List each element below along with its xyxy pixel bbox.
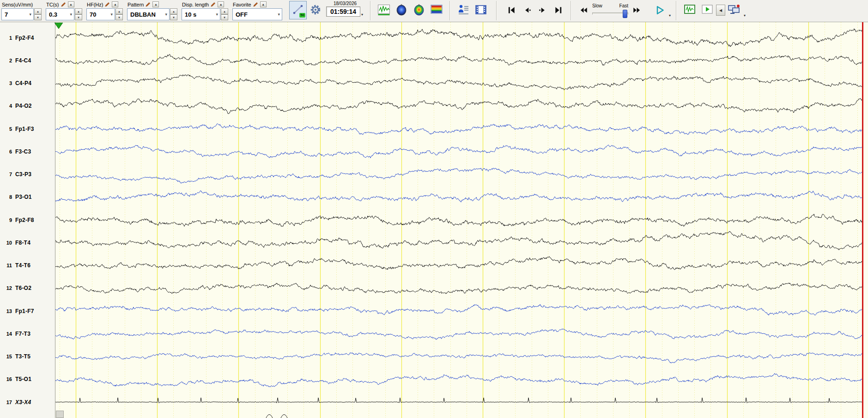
fast-forward-button[interactable]	[629, 3, 645, 18]
channel-name: C3-P3	[15, 171, 31, 178]
chevron-down-icon: ▾	[29, 12, 31, 17]
play-button[interactable]	[652, 3, 668, 18]
channel-label-row[interactable]: 6F3-C3	[0, 147, 55, 156]
trace-review-window-button[interactable]	[681, 1, 698, 19]
pattern-combobox[interactable]: DBLBAN ▾	[127, 8, 170, 20]
channel-number: 12	[0, 285, 12, 291]
edit-pencil-icon[interactable]	[211, 2, 216, 7]
skip-to-end-button[interactable]	[551, 3, 566, 18]
topography-map-button[interactable]	[393, 1, 410, 19]
topography-rainbow-button[interactable]	[410, 1, 428, 19]
spectrogram-button[interactable]	[428, 1, 445, 19]
chevron-down-icon: ▾	[110, 12, 113, 17]
display-length-combobox[interactable]: 10 s ▾	[182, 8, 220, 20]
channel-number: 15	[0, 354, 12, 359]
notch-frequency-badge: 50	[299, 13, 305, 18]
pattern-down-button[interactable]: ▾	[170, 14, 177, 20]
fast-label: Fast	[619, 3, 628, 8]
time-constant-spinner: ▴ ▾	[75, 8, 82, 20]
eeg-viewer: Sens(uV/mm) 7 ▾ ▴ ▾ TC(s) ▲	[0, 0, 868, 418]
sensitivity-combobox[interactable]: 7 ▾	[1, 8, 34, 20]
video-button[interactable]	[472, 1, 490, 19]
time-constant-up-button[interactable]: ▴	[75, 8, 82, 14]
channel-label-row[interactable]: 3C4-P4	[0, 79, 55, 88]
channel-name: Fp2-F8	[15, 217, 34, 223]
display-length-up-button[interactable]: ▴	[221, 8, 228, 14]
pattern-expand-button[interactable]: ▲	[152, 1, 159, 7]
channel-label-row[interactable]: 12T6-O2	[0, 283, 55, 293]
review-cursor-line[interactable]	[862, 22, 863, 418]
eeg-trace-window-icon	[377, 4, 390, 17]
network-review-button[interactable]	[725, 1, 743, 19]
channel-label-row[interactable]: 17X3-X4	[0, 398, 55, 407]
play-options-dropdown[interactable]: ▾	[668, 13, 672, 18]
channel-label-row[interactable]: 10F8-T4	[0, 238, 55, 247]
favorite-combobox[interactable]: OFF ▾	[232, 8, 282, 20]
chevron-down-icon: ▾	[278, 12, 280, 17]
channel-label-row[interactable]: 5Fp1-F3	[0, 124, 55, 134]
channel-number: 3	[0, 80, 12, 86]
step-forward-button[interactable]	[535, 3, 551, 18]
channel-label-row[interactable]: 15T3-T5	[0, 352, 55, 361]
eeg-trace-canvas[interactable]	[55, 22, 868, 418]
channel-name: F8-T4	[15, 240, 30, 246]
channel-label-row[interactable]: 1Fp2-F4	[0, 33, 55, 43]
high-frequency-expand-button[interactable]: ▲	[112, 1, 118, 7]
pattern-up-button[interactable]: ▴	[170, 8, 177, 14]
channel-label-row[interactable]: 7C3-P3	[0, 170, 55, 179]
channel-number: 1	[0, 35, 12, 41]
patient-info-button[interactable]	[455, 1, 472, 19]
edit-pencil-icon[interactable]	[146, 2, 151, 7]
time-constant-down-button[interactable]: ▾	[75, 14, 82, 20]
favorite-expand-button[interactable]: ▲	[260, 1, 267, 7]
settings-gear-button[interactable]	[307, 1, 324, 19]
notch-filter-button[interactable]: 50	[289, 1, 307, 19]
collapse-panel-button[interactable]: ◀	[716, 5, 725, 16]
speed-slider-handle[interactable]	[623, 10, 627, 18]
rewind-button[interactable]	[576, 3, 591, 18]
channel-label-row[interactable]: 11T4-T6	[0, 261, 55, 270]
edit-pencil-icon[interactable]	[61, 2, 66, 7]
channel-name: C4-P4	[15, 80, 31, 86]
display-length-down-button[interactable]: ▾	[221, 14, 228, 20]
pattern-label: Pattern	[127, 2, 144, 7]
sensitivity-down-button[interactable]: ▾	[34, 14, 42, 20]
speed-slider[interactable]	[592, 12, 628, 15]
edit-pencil-icon[interactable]	[105, 2, 110, 7]
channel-name: T6-O2	[15, 285, 31, 291]
gear-icon	[310, 4, 322, 17]
edit-pencil-icon[interactable]	[253, 2, 258, 7]
step-back-button[interactable]	[519, 3, 535, 18]
time-constant-control: TC(s) ▲ 0.3 ▾ ▴ ▾	[46, 0, 82, 20]
scrollbar-corner[interactable]	[56, 411, 64, 418]
high-frequency-up-button[interactable]: ▴	[115, 8, 123, 14]
high-frequency-down-button[interactable]: ▾	[115, 14, 123, 20]
channel-label-row[interactable]: 13Fp1-F7	[0, 307, 55, 316]
page-start-marker[interactable]	[55, 23, 63, 29]
playback-window-button[interactable]	[698, 1, 716, 19]
play-window-icon	[701, 4, 713, 17]
channel-label-row[interactable]: 8P3-O1	[0, 192, 55, 202]
date-label: 18/03/2026	[334, 1, 357, 6]
network-options-dropdown[interactable]: ▾	[743, 13, 747, 18]
high-frequency-value: 70	[90, 11, 109, 18]
channel-label-row[interactable]: 16T5-O1	[0, 375, 55, 384]
sensitivity-label: Sens(uV/mm)	[2, 2, 33, 7]
speed-slider-block: Slow Fast	[592, 3, 628, 15]
channel-label-row[interactable]: 4P4-O2	[0, 101, 55, 111]
high-frequency-combobox[interactable]: 70 ▾	[86, 8, 115, 20]
channel-label-row[interactable]: 9Fp2-F8	[0, 215, 55, 225]
skip-to-start-button[interactable]	[504, 3, 519, 18]
time-dropdown-button[interactable]: ▾	[360, 12, 364, 17]
time-constant-label: TC(s)	[46, 2, 59, 7]
channel-label-row[interactable]: 14F7-T3	[0, 329, 55, 338]
sensitivity-up-button[interactable]: ▴	[34, 8, 42, 14]
time-constant-expand-button[interactable]: ▲	[68, 1, 74, 7]
chevron-down-icon: ▾	[165, 12, 167, 17]
sensitivity-value: 7	[5, 11, 28, 18]
channel-label-row[interactable]: 2F4-C4	[0, 56, 55, 65]
wave-monitor-button[interactable]	[375, 1, 393, 19]
channel-number: 16	[0, 376, 12, 382]
time-constant-combobox[interactable]: 0.3 ▾	[46, 8, 74, 20]
display-length-expand-button[interactable]: ▲	[218, 1, 224, 7]
